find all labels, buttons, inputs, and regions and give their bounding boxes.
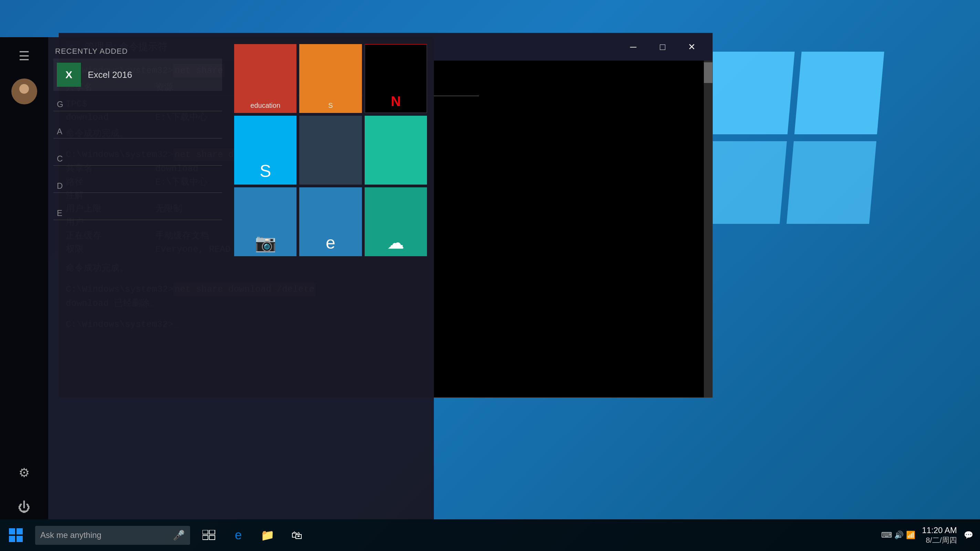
cloud-icon: ☁ bbox=[387, 233, 404, 253]
power-icon[interactable]: ⏻ bbox=[12, 495, 36, 519]
start-menu-left-bar: ☰ ⚙ ⏻ bbox=[0, 37, 48, 519]
app-list-letter-d: D bbox=[53, 180, 222, 193]
taskbar-clock: 11:20 AM 8/二/周四 bbox=[922, 525, 957, 546]
start-tile-5[interactable] bbox=[299, 116, 361, 185]
desktop: C 管理员: 命令提示符 ─ □ ✕ C:\Windows\system32>n… bbox=[0, 0, 980, 551]
start-menu-tiles: education S N S 📷 e ☁ bbox=[227, 37, 434, 519]
svg-rect-6 bbox=[9, 536, 15, 542]
taskbar-app-icons: e 📁 🛍 bbox=[195, 519, 310, 551]
ie-icon: e bbox=[326, 233, 336, 253]
taskbar: Ask me anything 🎤 e 📁 🛍 bbox=[0, 519, 980, 551]
store-icon: 🛍 bbox=[291, 529, 302, 542]
svg-point-2 bbox=[19, 84, 29, 94]
spacer bbox=[53, 91, 222, 98]
explorer-icon: 📁 bbox=[261, 529, 274, 542]
win-logo-pane bbox=[786, 141, 877, 224]
excel-label: Excel 2016 bbox=[88, 70, 132, 80]
store-button[interactable]: 🛍 bbox=[283, 519, 310, 551]
start-menu: ☰ ⚙ ⏻ Recently added X Excel 2016 G A bbox=[0, 37, 434, 519]
settings-icon[interactable]: ⚙ bbox=[12, 461, 36, 485]
spacer bbox=[53, 166, 222, 180]
win-logo-pane bbox=[705, 52, 795, 134]
edge-button[interactable]: e bbox=[224, 519, 252, 551]
user-avatar[interactable] bbox=[11, 78, 37, 104]
task-view-button[interactable] bbox=[195, 519, 223, 551]
svg-rect-9 bbox=[209, 530, 215, 534]
microphone-icon: 🎤 bbox=[173, 530, 185, 541]
tile-label: education bbox=[250, 102, 280, 110]
svg-rect-4 bbox=[9, 528, 15, 535]
win-logo-pane bbox=[794, 52, 884, 134]
notification-icon[interactable]: 💬 bbox=[964, 531, 973, 540]
app-list-letter-g: G bbox=[53, 98, 222, 111]
start-button[interactable] bbox=[0, 519, 32, 551]
svg-rect-11 bbox=[209, 535, 215, 540]
start-tile-8[interactable]: e bbox=[299, 187, 361, 256]
start-tile-skype[interactable]: S bbox=[234, 116, 296, 185]
netflix-label: N bbox=[391, 94, 401, 109]
taskbar-right-area: ⌨ 🔊 📶 11:20 AM 8/二/周四 💬 bbox=[881, 525, 980, 546]
start-tile-netflix[interactable]: N bbox=[365, 44, 427, 113]
tile-label: S bbox=[328, 102, 332, 110]
notification-area-icons: ⌨ 🔊 📶 bbox=[881, 531, 915, 540]
explorer-button[interactable]: 📁 bbox=[254, 519, 281, 551]
start-tile-6[interactable] bbox=[365, 116, 427, 185]
start-menu-hamburger[interactable]: ☰ bbox=[12, 44, 36, 68]
search-placeholder: Ask me anything bbox=[40, 530, 173, 540]
svg-rect-7 bbox=[16, 536, 23, 542]
start-tile-2[interactable]: S bbox=[299, 44, 361, 113]
cmd-scrollbar-thumb[interactable] bbox=[704, 62, 713, 83]
app-list-letter-c: C bbox=[53, 152, 222, 166]
svg-point-3 bbox=[16, 94, 32, 102]
cmd-maximize-button[interactable]: □ bbox=[649, 38, 676, 56]
cmd-scrollbar[interactable] bbox=[704, 61, 713, 397]
excel-icon: X bbox=[57, 63, 81, 87]
start-tile-education[interactable]: education bbox=[234, 44, 296, 113]
start-tile-9[interactable]: ☁ bbox=[365, 187, 427, 256]
spacer bbox=[53, 220, 222, 234]
edge-icon: e bbox=[235, 528, 242, 542]
camera-icon: 📷 bbox=[255, 233, 276, 253]
cmd-window-controls: ─ □ ✕ bbox=[619, 38, 706, 56]
spacer bbox=[53, 139, 222, 152]
svg-rect-5 bbox=[16, 528, 23, 535]
skype-icon: S bbox=[259, 161, 271, 181]
start-tile-7[interactable]: 📷 bbox=[234, 187, 296, 256]
app-list-letter-a: A bbox=[53, 125, 222, 139]
start-menu-app-list: Recently added X Excel 2016 G A C D E bbox=[48, 37, 227, 519]
app-list-letter-e: E bbox=[53, 207, 222, 220]
cmd-close-button[interactable]: ✕ bbox=[678, 38, 706, 56]
clock-date: 8/二/周四 bbox=[922, 535, 957, 546]
clock-time: 11:20 AM bbox=[922, 525, 957, 535]
spacer bbox=[53, 193, 222, 207]
cmd-minimize-button[interactable]: ─ bbox=[619, 38, 647, 56]
spacer bbox=[53, 111, 222, 125]
svg-rect-8 bbox=[202, 530, 208, 534]
svg-rect-10 bbox=[202, 535, 208, 540]
windows-logo-decoration bbox=[705, 52, 877, 224]
recently-added-label: Recently added bbox=[53, 44, 222, 59]
taskbar-search-box[interactable]: Ask me anything 🎤 bbox=[35, 526, 190, 545]
start-app-item-excel[interactable]: X Excel 2016 bbox=[53, 59, 222, 91]
